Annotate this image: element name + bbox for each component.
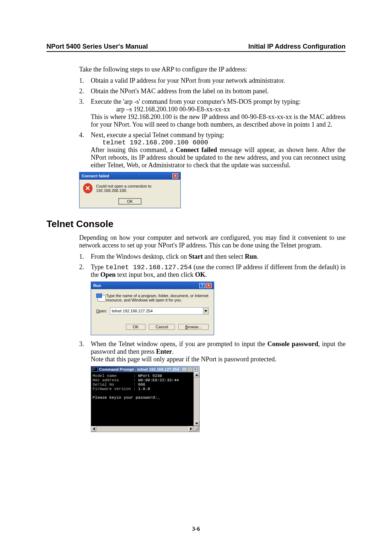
connect-failed-dialog: Connect failed × ✕ Could not open a conn…: [79, 172, 181, 208]
step-b3: 3. When the Telnet window opens, if you …: [79, 340, 346, 363]
step-a4: 4. Next, execute a special Telnet comman…: [79, 131, 346, 169]
scroll-left-icon[interactable]: [91, 426, 96, 431]
dialog-title-text: Connect failed: [82, 174, 109, 178]
dialog-titlebar: Connect failed ×: [79, 172, 180, 180]
step-b2: 2. Type telnet 192.168.127.254 (use the …: [79, 263, 346, 279]
step-para: After issuing this command, a Connect fa…: [91, 146, 346, 169]
dialog-titlebar: Command Prompt - telnet 192.168.127.254 …: [91, 366, 199, 372]
open-combobox[interactable]: [110, 307, 209, 315]
step-text: Obtain the NPort's MAC address from the …: [91, 87, 346, 95]
step-num: 1.: [79, 77, 91, 85]
scroll-right-icon[interactable]: [188, 426, 193, 431]
vertical-scrollbar[interactable]: [193, 372, 199, 426]
step-line: Execute the 'arp -s' command from your c…: [91, 98, 346, 106]
error-icon: ✕: [83, 183, 93, 193]
chevron-down-icon[interactable]: [203, 308, 208, 314]
scroll-down-icon[interactable]: [194, 421, 199, 426]
scroll-up-icon[interactable]: [194, 372, 199, 377]
open-label: Open:: [96, 309, 107, 313]
step-text: Obtain a valid IP address for your NPort…: [91, 77, 346, 85]
step-note: Note that this page will only appear if …: [91, 356, 346, 363]
run-description: Type the name of a program, folder, docu…: [106, 294, 209, 302]
step-b1: 1. From the Windows desktop, click on St…: [79, 253, 346, 260]
arp-command: arp –s 192.168.200.100 00-90-E8-xx-xx-xx: [91, 106, 346, 113]
intro-text: Take the following steps to use ARP to c…: [79, 66, 346, 73]
header-left: NPort 5400 Series User's Manual: [46, 43, 148, 50]
step-num: 1.: [79, 253, 91, 260]
dialog-message: Could not open a connection to 192.168.2…: [96, 184, 177, 193]
dialog-titlebar: Run ? ×: [91, 282, 214, 289]
browse-button[interactable]: Browse...: [178, 324, 209, 330]
step-num: 3.: [79, 98, 91, 128]
header-right: Initial IP Address Configuration: [248, 43, 346, 50]
minimize-icon[interactable]: _: [182, 367, 187, 372]
close-icon[interactable]: ×: [172, 173, 178, 178]
ok-button[interactable]: OK: [119, 198, 141, 204]
step-num: 2.: [79, 87, 91, 95]
step-num: 4.: [79, 131, 91, 169]
telnet-command: telnet 192.168.200.100 6000: [91, 139, 346, 146]
step-text: Type telnet 192.168.127.254 (use the cor…: [91, 263, 346, 279]
open-input[interactable]: [112, 309, 203, 313]
dialog-title-text: Run: [93, 283, 101, 288]
terminal-output[interactable]: Model name : NPort 5230 MAC address : 00…: [91, 372, 193, 426]
run-icon: [96, 294, 102, 303]
step-para: This is where 192.168.200.100 is the new…: [91, 113, 346, 128]
resize-grip-icon[interactable]: [193, 426, 199, 432]
step-text: When the Telnet window opens, if you are…: [91, 340, 346, 363]
cancel-button[interactable]: Cancel: [149, 324, 175, 330]
dialog-title-text: Command Prompt - telnet 192.168.127.254: [99, 367, 179, 372]
section-heading-telnet-console: Telnet Console: [46, 218, 346, 230]
ok-button[interactable]: OK: [126, 324, 146, 330]
page-header: NPort 5400 Series User's Manual Initial …: [46, 43, 346, 52]
run-dialog: Run ? × Type the name of a program, fold…: [91, 282, 214, 335]
step-a3: 3. Execute the 'arp -s' command from you…: [79, 98, 346, 128]
step-a2: 2. Obtain the NPort's MAC address from t…: [79, 87, 346, 95]
maximize-icon[interactable]: □: [187, 367, 192, 372]
step-num: 2.: [79, 263, 91, 279]
step-a1: 1. Obtain a valid IP address for your NP…: [79, 77, 346, 85]
close-icon[interactable]: ×: [193, 367, 198, 372]
help-icon[interactable]: ?: [199, 283, 205, 288]
step-text: From the Windows desktop, click on Start…: [91, 253, 346, 260]
step-line: Next, execute a special Telnet command b…: [91, 131, 346, 139]
cmd-icon: [93, 367, 98, 372]
command-prompt-window: Command Prompt - telnet 192.168.127.254 …: [91, 366, 200, 432]
page-number: 3-6: [0, 526, 392, 532]
horizontal-scrollbar[interactable]: [91, 426, 199, 432]
step-num: 3.: [79, 340, 91, 363]
telnet-intro: Depending on how your computer and netwo…: [79, 234, 346, 249]
close-icon[interactable]: ×: [206, 283, 212, 288]
